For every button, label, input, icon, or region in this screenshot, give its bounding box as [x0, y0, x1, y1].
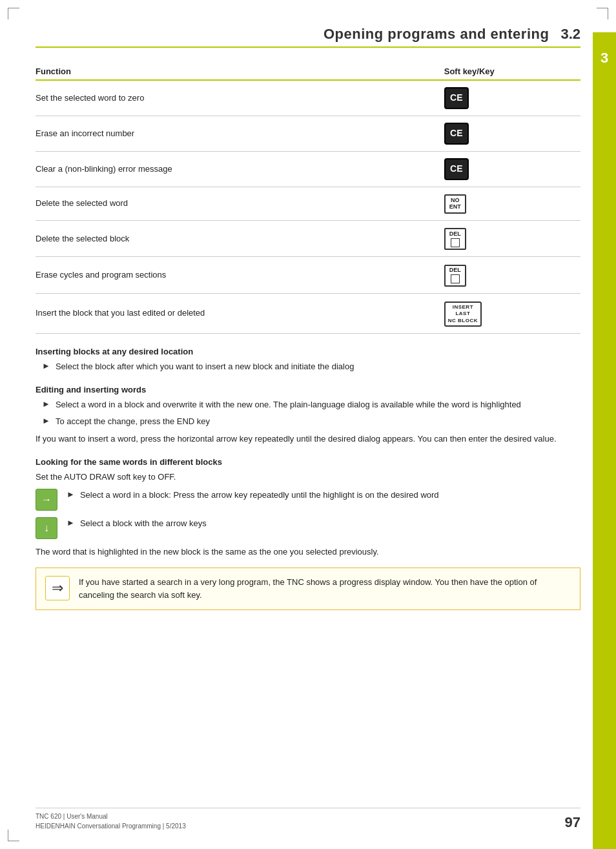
bullet-editing-1: ► To accept the change, press the END ke…: [42, 415, 580, 428]
function-table: Function Soft key/Key Set the selected w…: [36, 63, 580, 334]
icon-bullet-0: ► Select a word in a block: Press the ar…: [67, 489, 439, 502]
note-box: ⇒ If you have started a search in a very…: [36, 568, 580, 610]
corner-mark-bl: [8, 830, 19, 841]
footer-line2: HEIDENHAIN Conversational Programming | …: [36, 821, 186, 831]
del-label: DEL: [449, 267, 461, 273]
table-row: Erase cycles and program sectionsDEL: [36, 257, 580, 294]
ce-key-button: CE: [444, 123, 469, 145]
bullet-arrow-icon: ►: [42, 361, 50, 371]
icon-bullet-1: ► Select a block with the arrow keys: [67, 517, 207, 530]
func-cell: Erase cycles and program sections: [36, 257, 438, 294]
del-square: [451, 238, 460, 247]
note-text: If you have started a search in a very l…: [79, 576, 571, 602]
func-cell: Delete the selected block: [36, 220, 438, 257]
noent-key-button: NOENT: [444, 194, 466, 214]
table-row: Delete the selected blockDEL: [36, 220, 580, 257]
key-cell: CE: [438, 152, 580, 187]
table-row: Erase an incorrect numberCE: [36, 116, 580, 152]
down-arrow-icon-box: ↓: [36, 517, 57, 539]
footer-page-number: 97: [565, 814, 580, 831]
key-cell: CE: [438, 80, 580, 116]
func-cell: Erase an incorrect number: [36, 116, 438, 152]
sidebar-green-bar: [593, 84, 616, 849]
func-cell: Clear a (non-blinking) error message: [36, 152, 438, 187]
page-header: Opening programs and entering 3.2: [36, 26, 580, 48]
corner-mark-tl: [8, 8, 19, 19]
bullet-text: Select the block after which you want to…: [56, 360, 354, 373]
icon-bullet-row-1: ↓ ► Select a block with the arrow keys: [36, 517, 580, 539]
key-cell: DEL: [438, 220, 580, 257]
page-footer: TNC 620 | User's Manual HEIDENHAIN Conve…: [36, 808, 580, 831]
chapter-number: 3: [601, 50, 608, 66]
ce-key-button: CE: [444, 158, 469, 180]
bullet-text: Select a block with the arrow keys: [80, 517, 207, 530]
del-key-button: DEL: [444, 228, 466, 250]
bullet-text: Select a word in a block and overwrite i…: [56, 398, 521, 411]
func-cell: Set the selected word to zero: [36, 80, 438, 116]
footer-line1: TNC 620 | User's Manual: [36, 812, 186, 821]
key-cell: CE: [438, 116, 580, 152]
section-heading-editing: Editing and inserting words: [36, 385, 580, 394]
bullet-arrow-icon: ►: [42, 399, 50, 409]
bullet-editing-0: ► Select a word in a block and overwrite…: [42, 398, 580, 411]
table-row: Insert the block that you last edited or…: [36, 293, 580, 333]
func-cell: Delete the selected word: [36, 187, 438, 221]
bullet-arrow-icon: ►: [42, 416, 50, 425]
insert-line1: INSERT: [453, 304, 473, 311]
noent-line2: ENT: [449, 204, 461, 210]
right-arrow-icon-box: →: [36, 489, 57, 511]
chapter-number-tab: 3: [593, 32, 616, 84]
footer-left: TNC 620 | User's Manual HEIDENHAIN Conve…: [36, 812, 186, 831]
para2: The word that is highlighted in the new …: [36, 546, 580, 558]
right-sidebar: 3: [593, 0, 616, 849]
func-cell: Insert the block that you last edited or…: [36, 293, 438, 333]
table-row: Set the selected word to zeroCE: [36, 80, 580, 116]
same-words-intro: Set the AUTO DRAW soft key to OFF.: [36, 471, 580, 484]
main-content: Opening programs and entering 3.2 Functi…: [36, 0, 580, 610]
page-container: 3 Opening programs and entering 3.2 Func…: [0, 0, 616, 849]
down-arrow-icon: ↓: [44, 522, 49, 534]
page-title: Opening programs and entering: [323, 26, 549, 43]
icon-bullet-content-0: ► Select a word in a block: Press the ar…: [67, 489, 439, 506]
key-cell: NOENT: [438, 187, 580, 221]
bullet-text: Select a word in a block: Press the arro…: [80, 489, 439, 502]
insert-line2: LAST: [455, 311, 470, 317]
note-arrow-icon: ⇒: [52, 580, 63, 597]
icon-bullet-content-1: ► Select a block with the arrow keys: [67, 517, 207, 535]
note-icon-box: ⇒: [45, 576, 70, 600]
del-key-button: DEL: [444, 265, 466, 287]
del-square: [451, 274, 460, 283]
page-section-num: 3.2: [560, 26, 580, 43]
bullet-inserting-0: ► Select the block after which you want …: [42, 360, 580, 373]
section-heading-inserting: Inserting blocks at any desired location: [36, 347, 580, 356]
col-softkey-header: Soft key/Key: [438, 63, 580, 80]
section-heading-same-words: Looking for the same words in different …: [36, 457, 580, 467]
table-row: Delete the selected wordNOENT: [36, 187, 580, 221]
bullet-arrow-icon: ►: [67, 489, 75, 499]
key-cell: DEL: [438, 257, 580, 294]
bullet-arrow-icon: ►: [67, 518, 75, 527]
del-label: DEL: [449, 231, 461, 237]
icon-bullet-row-0: → ► Select a word in a block: Press the …: [36, 489, 580, 511]
key-cell: INSERTLASTNC BLOCK: [438, 293, 580, 333]
para1: If you want to insert a word, press the …: [36, 433, 580, 445]
insert-line3: NC BLOCK: [448, 318, 478, 324]
right-arrow-icon: →: [41, 494, 52, 506]
insert-key-button: INSERTLASTNC BLOCK: [444, 302, 482, 327]
col-function-header: Function: [36, 63, 438, 80]
ce-key-button: CE: [444, 87, 469, 109]
bullet-text: To accept the change, press the END key: [56, 415, 210, 428]
table-row: Clear a (non-blinking) error messageCE: [36, 152, 580, 187]
